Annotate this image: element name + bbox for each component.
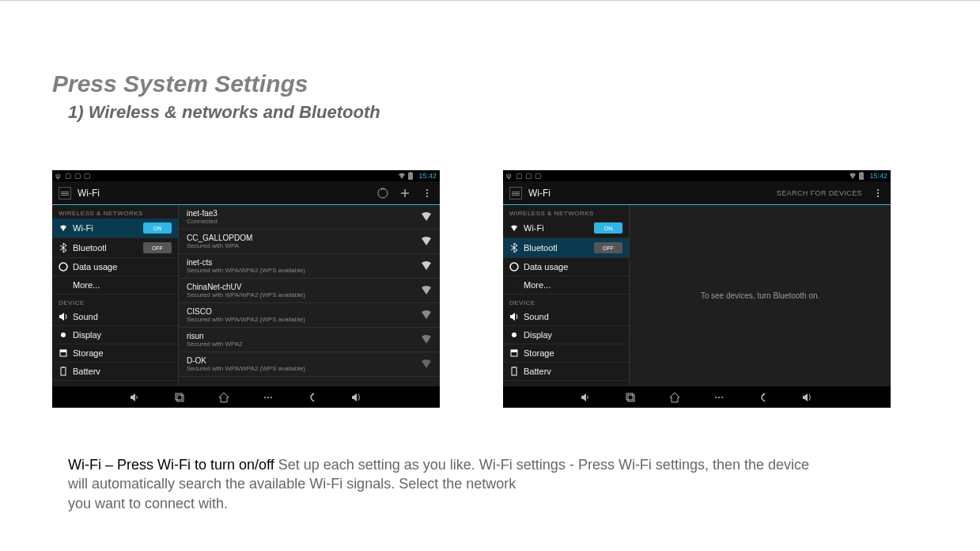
- recent-apps-icon[interactable]: [624, 391, 637, 404]
- bluetooth-toggle[interactable]: OFF: [143, 242, 172, 253]
- settings-app-icon: [59, 187, 71, 200]
- svg-rect-27: [512, 192, 520, 192]
- square-icon: ▢: [535, 172, 543, 180]
- volume-down-icon[interactable]: [580, 391, 592, 404]
- sidebar-item-bluetooth[interactable]: Bluetootl OFF: [503, 238, 629, 258]
- svg-rect-17: [428, 317, 431, 319]
- overflow-menu-icon[interactable]: [421, 187, 433, 200]
- page-subheading: 1) Wireless & networks and Bluetooth: [68, 102, 928, 123]
- back-icon[interactable]: [306, 391, 319, 404]
- sidebar-item-storage[interactable]: Storage: [52, 344, 178, 363]
- settings-app-icon: [509, 187, 522, 200]
- wifi-network-row[interactable]: inet-fae3Connected: [179, 205, 440, 230]
- wifi-network-name: ChinaNet-chUV: [187, 283, 421, 291]
- sidebar-heading-wireless: WIRELESS & NETWORKS: [503, 205, 629, 218]
- wifi-icon: [509, 223, 519, 233]
- sidebar-item-storage[interactable]: Storage: [503, 344, 629, 363]
- svg-point-9: [61, 332, 66, 337]
- sidebar-item-data-usage[interactable]: Data usage: [52, 258, 178, 276]
- volume-up-icon[interactable]: [350, 391, 363, 404]
- desc-line3: you want to connect with.: [68, 496, 228, 511]
- sidebar-item-battery[interactable]: Batterv: [503, 363, 629, 381]
- nav-bar: [52, 386, 440, 408]
- home-icon[interactable]: [218, 391, 230, 404]
- svg-rect-5: [426, 189, 428, 191]
- recent-apps-icon[interactable]: [173, 391, 186, 404]
- volume-down-icon[interactable]: [129, 391, 142, 404]
- volume-up-icon[interactable]: [801, 391, 814, 404]
- square-icon: ▢: [525, 172, 533, 180]
- wifi-network-row[interactable]: inet-ctsSecured with WPA/WPA2 (WPS avail…: [179, 254, 440, 279]
- sidebar-heading-wireless: WIRELESS & NETWORKS: [52, 205, 178, 218]
- sidebar-item-more[interactable]: More...: [503, 276, 629, 294]
- title-bar: Wi-Fi SEARCH FOR DEVICES: [503, 181, 891, 205]
- battery-status-icon: [408, 172, 416, 180]
- sidebar-item-wifi[interactable]: Wi-Fi ON: [503, 218, 629, 238]
- page-heading: Press System Settings: [52, 70, 928, 97]
- desc-strong: Wi-Fi – Press Wi-Fi to turn on/off: [68, 457, 274, 473]
- status-time: 15:42: [418, 172, 437, 180]
- wifi-toggle[interactable]: ON: [594, 222, 622, 234]
- wifi-network-row[interactable]: ChinaNet-chUVSecured with WPA/WPA2 (WPS …: [179, 279, 440, 303]
- bluetooth-icon: [509, 243, 519, 253]
- back-icon[interactable]: [757, 391, 770, 404]
- svg-point-8: [59, 263, 67, 271]
- description-text: Wi-Fi – Press Wi-Fi to turn on/off Set u…: [68, 455, 880, 513]
- menu-icon[interactable]: [713, 391, 725, 404]
- wifi-network-row[interactable]: CC_GALLOPDOMSecured with WPA: [179, 230, 440, 254]
- wifi-network-row[interactable]: CISCOSecured with WPA/WPA2 (WPS availabl…: [179, 303, 440, 328]
- wifi-network-row[interactable]: risunSecured with WPA2: [179, 328, 440, 352]
- svg-point-23: [267, 397, 269, 398]
- svg-rect-19: [428, 366, 431, 368]
- menu-icon[interactable]: [262, 391, 274, 404]
- sidebar-item-display[interactable]: Display: [503, 326, 629, 344]
- sidebar-item-display[interactable]: Display: [52, 326, 178, 344]
- desc-line1-rest: Set up each setting as you like. Wi-Fi s…: [274, 457, 809, 473]
- screen-title: Wi-Fi: [528, 188, 767, 199]
- svg-rect-1: [410, 172, 411, 173]
- sidebar-item-sound[interactable]: Sound: [503, 308, 629, 326]
- svg-rect-39: [626, 393, 633, 400]
- wifi-network-name: inet-fae3: [187, 209, 421, 218]
- svg-rect-31: [877, 192, 879, 194]
- sidebar-item-bluetooth[interactable]: Bluetootl OFF: [52, 238, 178, 258]
- bluetooth-panel: To see devices, turn Bluetooth on.: [630, 205, 891, 386]
- battery-status-icon: [859, 172, 867, 180]
- title-bar: Wi-Fi: [52, 181, 440, 205]
- data-usage-icon: [59, 262, 68, 272]
- wifi-network-row[interactable]: D-OKSecured with WPA/WPA2 (WPS available…: [179, 352, 440, 377]
- sidebar-item-sound[interactable]: Sound: [52, 308, 178, 326]
- wifi-network-name: CISCO: [187, 307, 421, 316]
- wps-icon[interactable]: [376, 187, 389, 200]
- add-network-icon[interactable]: [399, 187, 411, 200]
- sidebar-item-data-usage[interactable]: Data usage: [503, 258, 629, 276]
- search-for-devices-button[interactable]: SEARCH FOR DEVICES: [777, 189, 862, 197]
- svg-rect-25: [859, 173, 864, 180]
- desc-line2: will automatically search the available …: [68, 476, 516, 492]
- overflow-menu-icon[interactable]: [872, 187, 884, 200]
- svg-point-41: [715, 397, 717, 398]
- svg-point-34: [512, 332, 516, 337]
- home-icon[interactable]: [668, 391, 681, 404]
- svg-rect-13: [62, 367, 64, 367]
- display-icon: [509, 330, 519, 340]
- svg-rect-12: [61, 367, 66, 375]
- wifi-network-status: Connected: [187, 218, 421, 225]
- screen-title: Wi-Fi: [78, 188, 367, 199]
- wifi-signal-lock-icon: [421, 285, 432, 296]
- wifi-signal-lock-icon: [421, 310, 432, 321]
- status-bar: ψ ▢ ▢ ▢ 15:42: [503, 170, 891, 181]
- svg-point-43: [721, 397, 723, 398]
- sidebar-item-label: Data usage: [524, 262, 568, 272]
- bluetooth-toggle[interactable]: OFF: [594, 242, 622, 253]
- sidebar-item-battery[interactable]: Batterv: [52, 363, 178, 381]
- storage-icon: [59, 348, 68, 358]
- svg-rect-16: [428, 292, 431, 294]
- sidebar-item-wifi[interactable]: Wi-Fi ON: [52, 218, 178, 238]
- svg-rect-6: [426, 192, 428, 194]
- sidebar-item-label: Sound: [524, 312, 549, 321]
- wifi-toggle[interactable]: ON: [143, 222, 172, 234]
- sidebar-item-more[interactable]: More...: [52, 276, 178, 294]
- sidebar-item-label: Wi-Fi: [73, 223, 93, 233]
- wifi-network-status: Secured with WPA2: [187, 340, 421, 348]
